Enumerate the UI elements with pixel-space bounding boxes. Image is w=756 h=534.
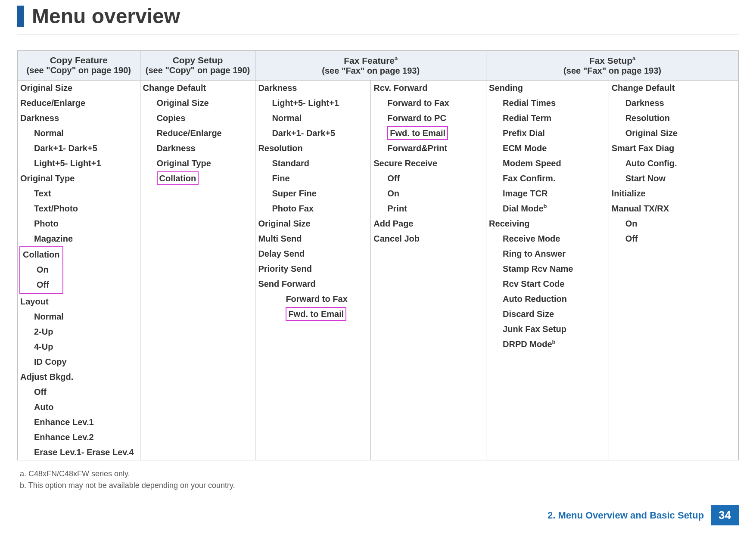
header-sup: a (395, 55, 398, 62)
menu-item: Text (18, 186, 140, 201)
menu-item: Reduce/Enlarge (18, 96, 140, 111)
menu-item: Auto Reduction (486, 292, 609, 307)
menu-item: Off (23, 277, 60, 292)
header-sub: (see "Fax" on page 193) (489, 66, 736, 76)
menu-item: Photo Fax (255, 201, 370, 216)
menu-item: Priority Send (255, 261, 370, 276)
menu-item: Photo (18, 216, 140, 231)
menu-item: Prefix Dial (486, 126, 609, 141)
menu-item: Off (609, 231, 738, 246)
menu-item: Dial Modeb (486, 201, 609, 216)
menu-item: Change Default (609, 81, 738, 96)
menu-item: Secure Receive (371, 156, 486, 171)
menu-item: Off (18, 385, 140, 400)
menu-item: Normal (18, 126, 140, 141)
menu-item: Original Size (255, 216, 370, 231)
menu-item: Delay Send (255, 246, 370, 261)
menu-item: Fwd. to Email (371, 126, 486, 141)
header-fax-feature: Fax Featurea (see "Fax" on page 193) (255, 51, 486, 81)
menu-item: Normal (255, 111, 370, 126)
col-fax-setup-b: Change DefaultDarknessResolutionOriginal… (609, 81, 738, 460)
menu-item: Reduce/Enlarge (140, 126, 255, 141)
menu-item: Resolution (609, 111, 738, 126)
menu-item: Darkness (255, 81, 370, 96)
header-fax-setup: Fax Setupa (see "Fax" on page 193) (486, 51, 739, 81)
header-sub: (see "Copy" on page 190) (143, 65, 253, 75)
menu-item: 2-Up (18, 324, 140, 339)
header-title: Fax Feature (344, 56, 395, 65)
menu-item: Smart Fax Diag (609, 141, 738, 156)
title-bar: Menu overview (17, 4, 739, 28)
menu-item: Add Page (371, 216, 486, 231)
menu-item: Sending (486, 81, 609, 96)
menu-item: Light+5- Light+1 (255, 96, 370, 111)
menu-item: Darkness (140, 141, 255, 156)
footer-page-number: 34 (711, 505, 739, 525)
menu-item: Normal (18, 309, 140, 324)
menu-item: Auto Config. (609, 156, 738, 171)
menu-item: Resolution (255, 141, 370, 156)
footnotes: a. C48xFN/C48xFW series only. b. This op… (20, 468, 739, 491)
menu-item: Cancel Job (371, 231, 486, 246)
menu-item: Junk Fax Setup (486, 322, 609, 337)
footnote-a: a. C48xFN/C48xFW series only. (20, 468, 739, 480)
menu-item: Super Fine (255, 186, 370, 201)
menu-item: Change Default (140, 81, 255, 96)
menu-item: Collation (140, 171, 255, 186)
header-title: Copy Feature (50, 55, 108, 65)
menu-item: Original Size (18, 81, 140, 96)
col-fax-feature-b: Rcv. ForwardForward to FaxForward to PCF… (371, 81, 486, 460)
menu-item: Redial Term (486, 111, 609, 126)
menu-item: Multi Send (255, 231, 370, 246)
menu-item: Rcv Start Code (486, 276, 609, 292)
menu-item: Receive Mode (486, 231, 609, 246)
menu-item: Rcv. Forward (371, 81, 486, 96)
menu-item: Dark+1- Dark+5 (18, 141, 140, 156)
header-title: Copy Setup (173, 55, 223, 65)
menu-item: Fax Confirm. (486, 171, 609, 186)
menu-item: Enhance Lev.2 (18, 430, 140, 445)
menu-item: Original Size (609, 126, 738, 141)
menu-item: Erase Lev.1- Erase Lev.4 (18, 445, 140, 460)
footnote-b: b. This option may not be available depe… (20, 480, 739, 491)
header-sup: a (632, 55, 635, 62)
menu-item: Fine (255, 171, 370, 186)
menu-item: Manual TX/RX (609, 201, 738, 216)
col-fax-feature-a: DarknessLight+5- Light+1NormalDark+1- Da… (255, 81, 371, 460)
menu-item: Send Forward (255, 276, 370, 292)
menu-item: Collation (23, 247, 60, 262)
menu-item: Ring to Answer (486, 246, 609, 261)
menu-item: Dark+1- Dark+5 (255, 126, 370, 141)
col-copy-feature: Original SizeReduce/EnlargeDarknessNorma… (18, 81, 140, 460)
menu-item: Image TCR (486, 186, 609, 201)
header-sub: (see "Fax" on page 193) (258, 66, 483, 76)
header-copy-feature: Copy Feature (see "Copy" on page 190) (18, 51, 140, 81)
menu-item: Original Type (18, 171, 140, 186)
menu-item: Auto (18, 400, 140, 415)
menu-table: Copy Feature (see "Copy" on page 190) Co… (17, 50, 739, 460)
menu-item: Layout (18, 294, 140, 309)
menu-item: Light+5- Light+1 (18, 156, 140, 171)
menu-item: Original Type (140, 156, 255, 171)
menu-item: Text/Photo (18, 201, 140, 216)
menu-item: Forward&Print (371, 141, 486, 156)
menu-item: Enhance Lev.1 (18, 415, 140, 430)
col-copy-setup: Change DefaultOriginal SizeCopiesReduce/… (140, 81, 255, 460)
menu-item: Darkness (18, 111, 140, 126)
menu-item: Redial Times (486, 96, 609, 111)
menu-item: Receiving (486, 216, 609, 231)
menu-item: Forward to Fax (255, 292, 370, 307)
menu-item: ID Copy (18, 354, 140, 369)
footer-chapter: 2. Menu Overview and Basic Setup (548, 510, 704, 521)
menu-item: Magazine (18, 231, 140, 246)
menu-item: ECM Mode (486, 141, 609, 156)
col-fax-setup-a: SendingRedial TimesRedial TermPrefix Dia… (486, 81, 609, 460)
menu-item: Initialize (609, 186, 738, 201)
menu-item: On (23, 262, 60, 277)
menu-item: Standard (255, 156, 370, 171)
menu-item: Darkness (609, 96, 738, 111)
menu-item: Fwd. to Email (255, 307, 370, 322)
menu-item: Modem Speed (486, 156, 609, 171)
menu-item: On (609, 216, 738, 231)
footer: 2. Menu Overview and Basic Setup 34 (548, 505, 739, 525)
